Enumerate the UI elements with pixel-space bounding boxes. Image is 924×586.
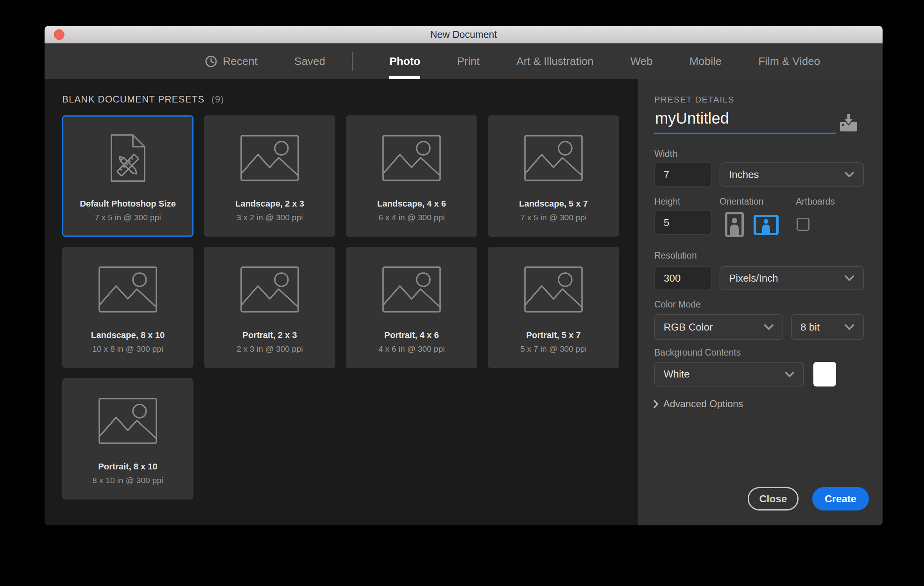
preset-title: Landscape, 4 x 6 (377, 200, 446, 208)
chevron-down-icon (844, 275, 854, 281)
tab-label: Web (630, 55, 653, 68)
tab-web[interactable]: Web (630, 43, 653, 79)
category-tab-bar: Recent Saved Photo Print Art & Illustrat… (45, 43, 883, 79)
orientation-label: Orientation (720, 196, 764, 207)
resolution-unit-value: Pixels/Inch (729, 272, 778, 284)
presets-area: BLANK DOCUMENT PRESETS (9) (45, 79, 638, 525)
orientation-landscape-icon (754, 215, 779, 235)
title-bar: New Document (45, 26, 883, 43)
image-placeholder-icon (524, 248, 583, 331)
width-input[interactable] (654, 162, 712, 187)
image-placeholder-icon (240, 248, 299, 331)
preset-subtitle: 5 x 7 in @ 300 ppi (520, 345, 587, 353)
tab-art-illustration[interactable]: Art & Illustration (516, 43, 594, 79)
save-preset-button[interactable] (838, 114, 859, 133)
preset-card-portrait-5x7[interactable]: Portrait, 5 x 7 5 x 7 in @ 300 ppi (488, 247, 619, 368)
preset-card-landscape-4x6[interactable]: Landscape, 4 x 6 6 x 4 in @ 300 ppi (346, 115, 477, 237)
close-button[interactable]: Close (748, 487, 799, 511)
tab-photo[interactable]: Photo (389, 43, 420, 79)
preset-card-landscape-2x3[interactable]: Landscape, 2 x 3 3 x 2 in @ 300 ppi (204, 115, 335, 237)
background-color-swatch[interactable] (813, 362, 836, 386)
preset-card-portrait-8x10[interactable]: Portrait, 8 x 10 8 x 10 in @ 300 ppi (62, 378, 193, 500)
chevron-down-icon (764, 324, 774, 330)
preset-subtitle: 2 x 3 in @ 300 ppi (236, 345, 303, 353)
tab-label: Recent (223, 55, 258, 68)
preset-grid: Default Photoshop Size 7 x 5 in @ 300 pp… (62, 115, 638, 500)
tab-divider (352, 52, 353, 71)
artboards-checkbox[interactable] (797, 218, 809, 231)
window-close-button[interactable] (54, 29, 64, 40)
presets-heading: BLANK DOCUMENT PRESETS (9) (62, 94, 638, 105)
preset-subtitle: 7 x 5 in @ 300 ppi (520, 213, 587, 221)
artboards-label: Artboards (796, 196, 835, 207)
preset-card-landscape-8x10[interactable]: Landscape, 8 x 10 10 x 8 in @ 300 ppi (62, 247, 193, 368)
preset-subtitle: 4 x 6 in @ 300 ppi (378, 345, 445, 353)
preset-title: Portrait, 2 x 3 (242, 331, 297, 340)
presets-heading-label: BLANK DOCUMENT PRESETS (62, 94, 204, 104)
image-placeholder-icon (524, 117, 583, 200)
preset-card-default-photoshop-size[interactable]: Default Photoshop Size 7 x 5 in @ 300 pp… (62, 115, 193, 237)
height-input[interactable] (654, 210, 712, 235)
height-label: Height (654, 196, 680, 207)
resolution-input[interactable] (654, 266, 712, 290)
preset-card-landscape-5x7[interactable]: Landscape, 5 x 7 7 x 5 in @ 300 ppi (488, 115, 619, 237)
preset-title: Landscape, 8 x 10 (91, 331, 165, 340)
background-contents-label: Background Contents (654, 347, 741, 358)
preset-title: Portrait, 5 x 7 (526, 331, 580, 340)
chevron-down-icon (844, 324, 854, 330)
color-mode-label: Color Mode (654, 299, 701, 310)
tab-label: Art & Illustration (516, 55, 594, 68)
unit-dropdown[interactable]: Inches (720, 162, 864, 187)
save-preset-icon (838, 114, 859, 133)
image-placeholder-icon (98, 248, 158, 331)
preset-title: Portrait, 8 x 10 (98, 462, 158, 471)
tab-label: Print (457, 55, 480, 68)
presets-count: (9) (211, 94, 224, 104)
tab-label: Photo (389, 55, 420, 68)
tab-saved[interactable]: Saved (294, 43, 325, 79)
preset-card-portrait-2x3[interactable]: Portrait, 2 x 3 2 x 3 in @ 300 ppi (204, 247, 335, 368)
tab-label: Saved (294, 55, 325, 68)
advanced-options-label: Advanced Options (663, 398, 743, 410)
preset-title: Landscape, 5 x 7 (519, 200, 588, 208)
chevron-down-icon (784, 371, 795, 377)
orientation-portrait-button[interactable] (725, 212, 744, 238)
preset-title: Landscape, 2 x 3 (235, 200, 304, 208)
tab-label: Mobile (689, 55, 722, 68)
bit-depth-dropdown[interactable]: 8 bit (791, 314, 864, 340)
background-contents-value: White (664, 368, 689, 380)
advanced-options-toggle[interactable]: Advanced Options (653, 398, 743, 410)
tab-print[interactable]: Print (457, 43, 480, 79)
preset-subtitle: 8 x 10 in @ 300 ppi (92, 476, 163, 484)
chevron-right-icon (653, 399, 659, 409)
orientation-landscape-button[interactable] (754, 215, 779, 236)
tab-mobile[interactable]: Mobile (689, 43, 722, 79)
preset-title: Default Photoshop Size (80, 200, 176, 208)
document-name-input[interactable] (654, 107, 836, 134)
tab-film-video[interactable]: Film & Video (758, 43, 820, 79)
preset-details-heading: PRESET DETAILS (654, 95, 734, 105)
window-title: New Document (430, 29, 497, 40)
create-button[interactable]: Create (812, 487, 869, 511)
background-contents-dropdown[interactable]: White (654, 362, 804, 386)
chevron-down-icon (844, 171, 854, 178)
document-ruler-pencil-icon (108, 117, 148, 200)
new-document-dialog: New Document Recent Saved Photo Print Ar… (45, 26, 883, 525)
resolution-label: Resolution (654, 250, 697, 261)
preset-subtitle: 6 x 4 in @ 300 ppi (378, 213, 445, 221)
preset-subtitle: 10 x 8 in @ 300 ppi (92, 345, 163, 353)
preset-subtitle: 7 x 5 in @ 300 ppi (95, 213, 161, 221)
preset-card-portrait-4x6[interactable]: Portrait, 4 x 6 4 x 6 in @ 300 ppi (346, 247, 477, 368)
image-placeholder-icon (382, 248, 441, 331)
image-placeholder-icon (98, 379, 158, 462)
bit-depth-value: 8 bit (800, 321, 820, 333)
resolution-unit-dropdown[interactable]: Pixels/Inch (720, 266, 864, 290)
tab-label: Film & Video (758, 55, 820, 68)
preset-subtitle: 3 x 2 in @ 300 ppi (236, 213, 303, 221)
preset-details-panel: PRESET DETAILS Width Inches Height Orien… (638, 79, 883, 525)
unit-dropdown-value: Inches (729, 169, 759, 181)
color-mode-dropdown[interactable]: RGB Color (654, 314, 783, 340)
tab-recent[interactable]: Recent (205, 43, 258, 79)
image-placeholder-icon (382, 117, 441, 200)
color-mode-value: RGB Color (664, 321, 713, 333)
